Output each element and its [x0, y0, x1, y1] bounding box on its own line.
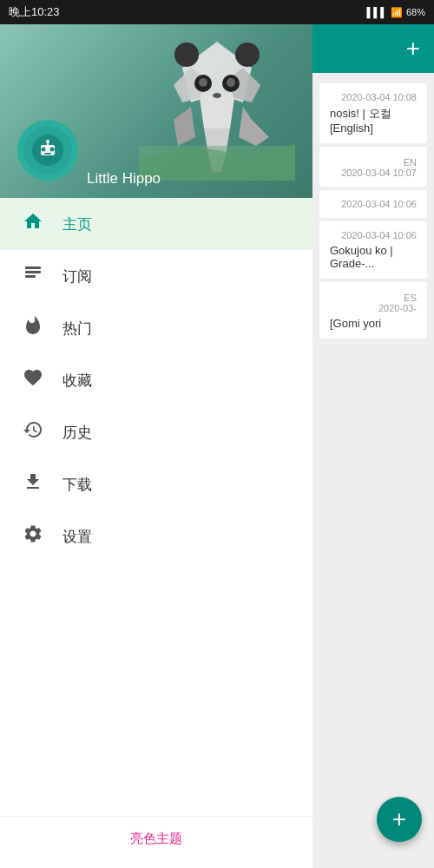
svg-rect-21 — [44, 153, 51, 155]
item-lang: ES — [330, 293, 417, 303]
svg-point-20 — [50, 148, 55, 152]
drawer-header: Little Hippo — [0, 24, 312, 198]
nav-item-subscribe[interactable]: 订阅 — [0, 250, 312, 302]
download-icon — [21, 471, 45, 497]
svg-point-14 — [235, 43, 260, 67]
nav-item-download[interactable]: 下载 — [0, 458, 312, 510]
item-datetime: 2020-03- — [330, 303, 417, 313]
drawer: Little Hippo 主页 订阅 — [0, 24, 312, 868]
nav-label-settings: 设置 — [62, 527, 92, 547]
item-datetime: 2020-03-04 10:06 — [330, 199, 417, 209]
item-title: Gokujou ko | Grade-... — [330, 244, 417, 270]
svg-point-23 — [46, 140, 49, 143]
nav-label-hot: 热门 — [62, 319, 92, 339]
nav-item-history[interactable]: 历史 — [0, 406, 312, 458]
hot-icon — [21, 315, 45, 341]
svg-point-11 — [227, 78, 235, 87]
svg-marker-5 — [174, 107, 195, 146]
item-datetime: 2020-03-04 10:07 — [330, 168, 417, 178]
drawer-avatar — [17, 120, 78, 181]
fab-button[interactable]: + — [377, 797, 422, 842]
nav-label-favorites: 收藏 — [62, 371, 92, 391]
nav-item-settings[interactable]: 设置 — [0, 510, 312, 562]
battery-icon: 68% — [406, 7, 425, 17]
main-content: + 2020-03-04 10:08 nosis! | 오컬 [English]… — [312, 24, 434, 868]
fab-add-icon: + — [392, 807, 406, 832]
favorites-icon — [21, 367, 45, 393]
toolbar-add-button[interactable]: + — [406, 36, 420, 61]
item-datetime: 2020-03-04 10:08 — [330, 92, 417, 102]
theme-toggle-button[interactable]: 亮色主题 — [130, 831, 182, 845]
svg-rect-24 — [25, 266, 41, 269]
drawer-nav: 主页 订阅 热门 收藏 — [0, 198, 312, 816]
item-title: [Gomi yori — [330, 317, 417, 330]
status-time: 晚上10:23 — [9, 4, 60, 20]
svg-point-13 — [174, 43, 199, 67]
drawer-username: Little Hippo — [87, 170, 161, 187]
list-item[interactable]: 2020-03-04 10:08 nosis! | 오컬 [English] — [319, 83, 427, 143]
list-item[interactable]: 2020-03-04 10:06 — [319, 190, 427, 218]
subscribe-icon — [21, 263, 45, 289]
panda-art — [139, 33, 295, 181]
avatar-icon — [30, 133, 65, 168]
content-list: 2020-03-04 10:08 nosis! | 오컬 [English] E… — [312, 73, 434, 868]
nav-label-home: 主页 — [62, 214, 92, 234]
settings-icon — [21, 523, 45, 549]
home-icon — [21, 211, 45, 237]
svg-rect-25 — [25, 271, 41, 273]
avatar-inner — [23, 126, 72, 174]
signal-icon: ▌▌▌ — [367, 7, 387, 17]
status-icons: ▌▌▌ 📶 68% — [367, 7, 425, 18]
svg-rect-26 — [25, 275, 36, 278]
nav-item-hot[interactable]: 热门 — [0, 302, 312, 354]
wifi-icon: 📶 — [391, 7, 403, 18]
item-title: nosis! | 오컬 [English] — [330, 106, 417, 135]
history-icon — [21, 419, 45, 445]
nav-item-favorites[interactable]: 收藏 — [0, 354, 312, 406]
svg-point-19 — [42, 148, 46, 152]
nav-label-history: 历史 — [62, 423, 92, 443]
main-toolbar: + — [312, 24, 434, 73]
nav-label-subscribe: 订阅 — [62, 266, 92, 286]
list-item[interactable]: ES 2020-03- [Gomi yori — [319, 282, 427, 339]
app-container: Little Hippo 主页 订阅 — [0, 24, 434, 868]
svg-marker-6 — [239, 107, 269, 146]
item-datetime: 2020-03-04 10:06 — [330, 230, 417, 240]
nav-label-download: 下载 — [62, 475, 92, 495]
list-item[interactable]: 2020-03-04 10:06 Gokujou ko | Grade-... — [319, 221, 427, 279]
svg-point-10 — [199, 78, 207, 87]
list-item[interactable]: EN 2020-03-04 10:07 — [319, 147, 427, 187]
svg-point-12 — [213, 93, 221, 98]
status-bar: 晚上10:23 ▌▌▌ 📶 68% — [0, 0, 434, 24]
item-lang: EN — [330, 157, 417, 168]
drawer-footer: 亮色主题 — [0, 816, 312, 868]
svg-marker-3 — [200, 94, 234, 128]
nav-item-home[interactable]: 主页 — [0, 198, 312, 250]
